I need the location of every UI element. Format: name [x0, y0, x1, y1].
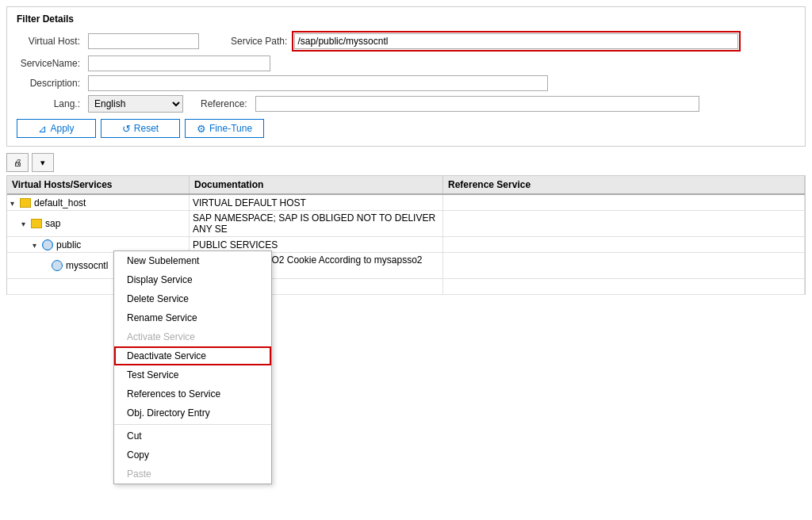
- context-menu-item-display-service[interactable]: Display Service: [114, 270, 271, 289]
- row-doc-default-host: VIRTUAL DEFAULT HOST: [190, 195, 443, 210]
- context-menu-label-delete-service: Delete Service: [127, 293, 189, 295]
- header-reference: Reference Service: [443, 176, 805, 193]
- reset-label: Reset: [134, 123, 159, 134]
- service-name-input[interactable]: [88, 55, 270, 71]
- apply-label: Apply: [50, 123, 74, 134]
- filter-row-3: Description:: [17, 75, 795, 91]
- row-vhs-default-host: ▾ default_host: [7, 195, 190, 210]
- row-doc-sap: SAP NAMESPACE; SAP IS OBLIGED NOT TO DEL…: [190, 211, 443, 236]
- reference-label: Reference:: [201, 98, 247, 109]
- service-icon-myssocntl: [52, 260, 63, 271]
- node-label-myssocntl: myssocntl: [66, 260, 108, 271]
- print-icon: 🖨: [13, 158, 22, 167]
- context-menu-item-new-subelement[interactable]: New Subelement: [114, 251, 271, 270]
- row-ref-default-host: [443, 195, 805, 210]
- service-name-label: ServiceName:: [17, 58, 80, 69]
- apply-icon: ⊿: [38, 123, 47, 135]
- toolbar-row: 🖨 ▾: [6, 153, 806, 172]
- context-menu-label-new-subelement: New Subelement: [127, 255, 199, 266]
- header-virtual-hosts: Virtual Hosts/Services: [7, 176, 190, 193]
- description-input[interactable]: [88, 75, 548, 91]
- reset-icon: ↺: [122, 123, 131, 135]
- fine-tune-icon: ⚙: [197, 123, 206, 135]
- fine-tune-button[interactable]: ⚙ Fine-Tune: [185, 119, 264, 138]
- reference-input[interactable]: [255, 96, 699, 112]
- node-label-default-host: default_host: [34, 197, 86, 208]
- filter-title: Filter Details: [17, 13, 795, 25]
- service-path-wrapper: Service Path:: [207, 31, 741, 52]
- context-menu: New Subelement Display Service Delete Se…: [113, 250, 272, 295]
- row-vhs-sap: ▾ sap: [7, 211, 190, 236]
- row-ref-myssocntl: [443, 253, 805, 278]
- context-menu-label-display-service: Display Service: [127, 274, 193, 285]
- filter-row-1: Virtual Host: Service Path:: [17, 31, 795, 52]
- dropdown-icon: ▾: [40, 158, 45, 168]
- print-button[interactable]: 🖨: [6, 153, 29, 172]
- node-label-sap: sap: [45, 218, 60, 229]
- row-ref-sap: [443, 211, 805, 236]
- tree-header: Virtual Hosts/Services Documentation Ref…: [7, 176, 805, 195]
- table-row[interactable]: ▾ default_host VIRTUAL DEFAULT HOST: [7, 195, 805, 211]
- service-path-label: Service Path:: [231, 36, 287, 47]
- button-row: ⊿ Apply ↺ Reset ⚙ Fine-Tune: [17, 119, 795, 138]
- service-path-input[interactable]: [294, 33, 738, 49]
- header-documentation: Documentation: [190, 176, 443, 193]
- expand-arrow-sap[interactable]: ▾: [21, 220, 29, 228]
- filter-panel: Filter Details Virtual Host: Service Pat…: [6, 6, 806, 147]
- context-menu-item-delete-service[interactable]: Delete Service: [114, 289, 271, 295]
- service-path-highlight-box: [292, 31, 741, 52]
- fine-tune-label: Fine-Tune: [209, 123, 252, 134]
- filter-row-4: Lang.: English German French Reference:: [17, 95, 795, 113]
- virtual-host-input[interactable]: [88, 33, 199, 49]
- lang-select[interactable]: English German French: [88, 95, 183, 113]
- globe-icon-public: [42, 239, 53, 250]
- expand-arrow-default-host[interactable]: ▾: [10, 199, 18, 207]
- node-label-public: public: [56, 239, 81, 250]
- table-row[interactable]: ▾ sap SAP NAMESPACE; SAP IS OBLIGED NOT …: [7, 211, 805, 237]
- folder-icon-sap: [31, 219, 42, 228]
- empty-cell: [443, 279, 805, 294]
- apply-button[interactable]: ⊿ Apply: [17, 119, 96, 138]
- lang-label: Lang.:: [17, 98, 80, 109]
- row-ref-public: [443, 237, 805, 252]
- virtual-host-label: Virtual Host:: [17, 36, 80, 47]
- expand-arrow-public[interactable]: ▾: [33, 241, 40, 249]
- description-label: Description:: [17, 78, 80, 89]
- folder-icon-default-host: [20, 198, 31, 208]
- filter-row-2: ServiceName:: [17, 55, 795, 71]
- reset-button[interactable]: ↺ Reset: [101, 119, 180, 138]
- dropdown-button[interactable]: ▾: [32, 153, 54, 172]
